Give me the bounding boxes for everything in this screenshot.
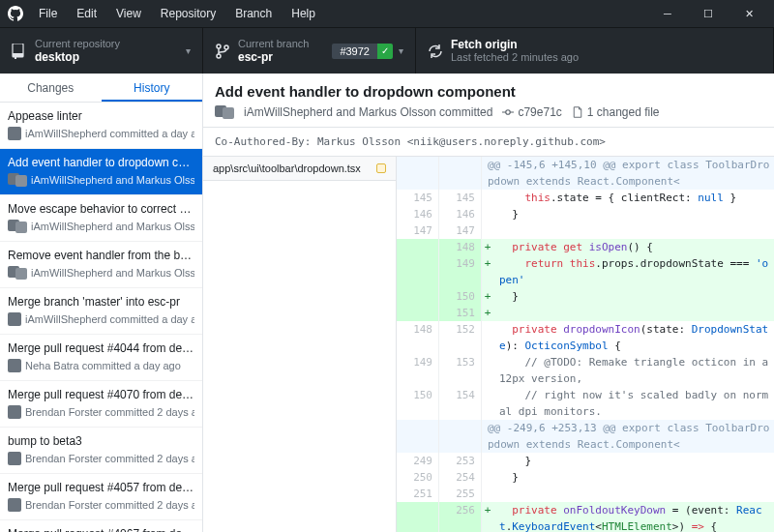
avatar-icon [8,452,21,465]
diff-line: @@ -145,6 +145,10 @@ export class Toolba… [397,157,774,190]
commit-row[interactable]: Remove event handler from the branches…i… [0,242,202,288]
file-path: app\src\ui\toolbar\dropdown.tsx [213,163,361,174]
avatar-pair-icon [8,173,27,187]
sync-icon [428,44,443,59]
commit-authors: iAmWillShepherd and Markus Olsson commit… [244,105,492,119]
commit-row-title: Move escape behavior to correct compo… [8,202,194,216]
svg-point-6 [506,110,511,115]
diff-line: 149+ return this.props.dropdownState ===… [397,255,774,288]
commit-row-meta: Brendan Forster committed 2 days ago [8,498,194,512]
pr-badge: #3972 [332,44,377,59]
commit-title: Add event handler to dropdown component [215,83,762,100]
commit-row-meta: Brendan Forster committed 2 days ago [8,405,194,419]
tab-history[interactable]: History [102,74,203,102]
menu-bar: FileEditViewRepositoryBranchHelp [31,3,650,24]
repo-name: desktop [35,50,79,64]
history-list[interactable]: Appease linteriAmWillShepherd committed … [0,103,202,532]
avatar-icon [8,405,21,419]
commit-row[interactable]: Merge pull request #4044 from desktop/…N… [0,335,202,381]
avatar-icon [8,498,21,512]
diff-line: @@ -249,6 +253,13 @@ export class Toolba… [397,420,774,453]
menu-edit[interactable]: Edit [69,3,104,24]
commit-row[interactable]: Merge branch 'master' into esc-priAmWill… [0,288,202,335]
commit-row-meta: Neha Batra committed a day ago [8,359,194,372]
fetch-button[interactable]: Fetch originLast fetched 2 minutes ago [416,28,774,74]
authors-avatar-icon [215,105,234,119]
avatar-pair-icon [8,266,27,280]
diff-line: 145145 this.state = { clientRect: null } [397,190,774,206]
file-list: app\src\ui\toolbar\dropdown.tsx [203,157,397,532]
svg-rect-1 [13,53,23,57]
modified-icon [376,163,386,173]
diff-line: 250254 } [397,469,774,486]
branch-name: esc-pr [238,50,273,64]
svg-rect-2 [15,55,16,59]
chevron-down-icon: ▾ [399,45,403,56]
diff-line: 149153 // @TODO: Remake triangle octicon… [397,354,774,387]
repo-label: Current repository [35,38,120,50]
chevron-down-icon: ▾ [186,45,191,56]
menu-view[interactable]: View [108,3,149,24]
maximize-button[interactable]: ☐ [691,4,726,23]
commit-row-title: Merge branch 'master' into esc-pr [8,295,194,309]
commit-row-title: Remove event handler from the branches… [8,249,194,262]
commit-row[interactable]: Add event handler to dropdown compon…iAm… [0,149,202,195]
branch-label: Current branch [238,38,309,50]
minimize-button[interactable]: ─ [650,4,685,23]
menu-help[interactable]: Help [283,3,323,24]
commit-row-title: Merge pull request #4057 from desktop/… [8,481,194,494]
commit-row-title: Add event handler to dropdown compon… [8,156,194,169]
menu-branch[interactable]: Branch [227,3,280,24]
diff-line: 148+ private get isOpen() { [397,239,774,255]
commit-row[interactable]: bump to beta3Brendan Forster committed 2… [0,428,202,474]
content: Add event handler to dropdown component … [203,74,774,532]
svg-point-5 [224,45,228,49]
commit-row[interactable]: Merge pull request #4057 from desktop/…B… [0,474,202,520]
diff-line: 249253 } [397,453,774,469]
commit-row-meta: Brendan Forster committed 2 days ago [8,452,194,465]
tab-changes[interactable]: Changes [0,74,102,102]
commit-row[interactable]: Merge pull request #4067 from desktop/…B… [0,520,202,532]
file-row[interactable]: app\src\ui\toolbar\dropdown.tsx [203,157,396,181]
diff-line: 146146 } [397,206,774,222]
diff-line: 147147 [397,222,774,239]
commit-row-meta: iAmWillShepherd committed a day ago [8,312,194,326]
sidebar-tabs: Changes History [0,74,202,103]
commit-row[interactable]: Appease linteriAmWillShepherd committed … [0,103,202,149]
menu-file[interactable]: File [31,3,65,24]
check-icon: ✓ [377,44,393,59]
branch-selector[interactable]: Current branchesc-pr #3972 ✓ ▾ [203,28,416,74]
menu-repository[interactable]: Repository [153,3,223,24]
diff-line: 150154 // right now it's scaled badly on… [397,387,774,420]
coauthor-line: Co-Authored-By: Markus Olsson <niik@user… [203,128,774,157]
sidebar: Changes History Appease linteriAmWillShe… [0,74,203,532]
files-changed: 1 changed file [587,105,660,119]
branch-icon [215,44,230,59]
commit-header: Add event handler to dropdown component … [203,74,774,128]
avatar-pair-icon [8,220,27,233]
commit-row-title: Merge pull request #4070 from desktop/… [8,388,194,401]
repo-selector[interactable]: Current repositorydesktop ▾ [0,28,203,74]
commit-row-meta: iAmWillShepherd and Markus Olsson co… [8,173,194,187]
avatar-icon [8,127,21,140]
diff-line: 256+ private onFoldoutKeyDown = (event: … [397,502,774,532]
diff-line: 151+ [397,305,774,321]
window-controls: ─ ☐ ✕ [650,4,766,23]
commit-icon [502,106,514,118]
close-button[interactable]: ✕ [731,4,766,23]
diff-view[interactable]: @@ -145,6 +145,10 @@ export class Toolba… [397,157,774,532]
diff-line: 150+ } [397,288,774,305]
commit-row-meta: iAmWillShepherd and Markus Olsson co… [8,220,194,233]
commit-row[interactable]: Move escape behavior to correct compo…iA… [0,195,202,242]
fetch-label: Fetch origin [451,38,518,51]
file-icon [572,106,583,118]
fetch-detail: Last fetched 2 minutes ago [451,51,579,64]
repo-icon [12,44,27,59]
avatar-icon [8,359,21,372]
commit-row[interactable]: Merge pull request #4070 from desktop/…B… [0,381,202,428]
commit-row-title: Merge pull request #4044 from desktop/… [8,341,194,355]
titlebar: FileEditViewRepositoryBranchHelp ─ ☐ ✕ [0,0,774,27]
commit-row-title: Appease linter [8,109,194,123]
toolbar: Current repositorydesktop ▾ Current bran… [0,27,774,74]
commit-row-meta: iAmWillShepherd committed a day ago [8,127,194,140]
